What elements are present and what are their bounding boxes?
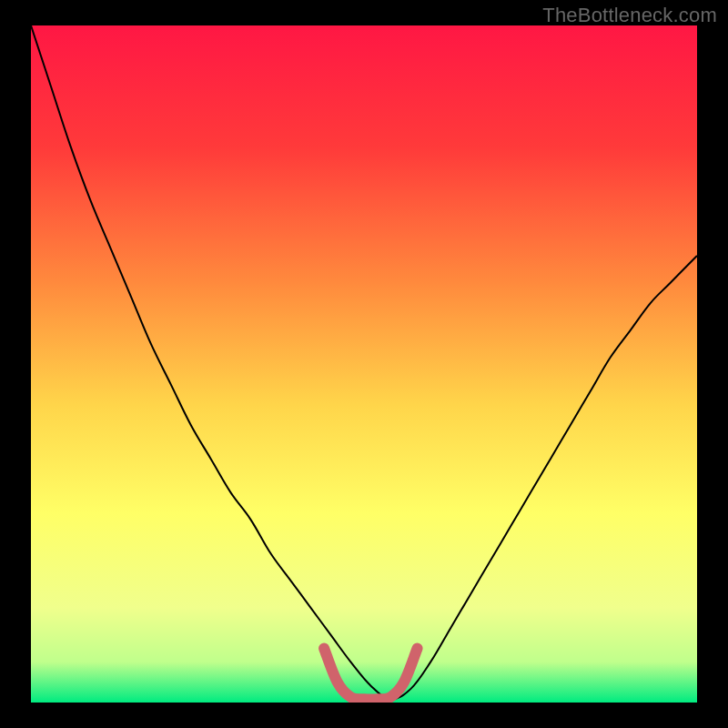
plot-area bbox=[31, 25, 697, 703]
watermark-text: TheBottleneck.com bbox=[542, 4, 717, 27]
bottleneck-chart-svg bbox=[31, 25, 697, 703]
chart-frame: TheBottleneck.com bbox=[0, 0, 728, 728]
gradient-background bbox=[31, 25, 697, 703]
